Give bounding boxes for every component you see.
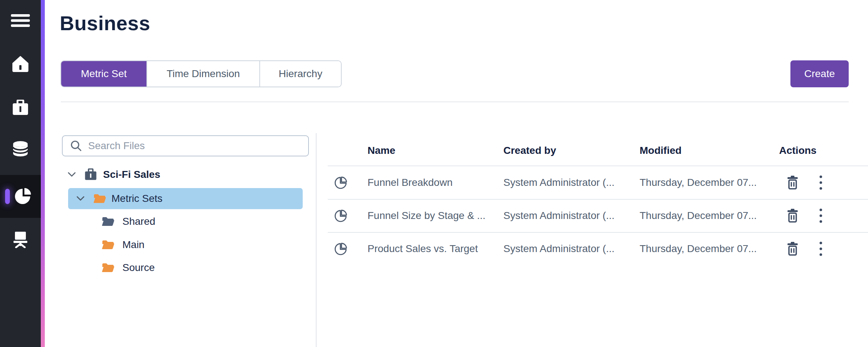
- row-name: Funnel Size by Stage & ...: [368, 210, 486, 222]
- folder-open-icon: [102, 262, 115, 273]
- briefcase-icon: [85, 168, 97, 181]
- search-box: [62, 135, 309, 156]
- chevron-down-icon[interactable]: [67, 172, 76, 178]
- search-input[interactable]: [88, 140, 292, 152]
- table-row[interactable]: Funnel Breakdown System Administrator (.…: [328, 166, 868, 199]
- create-button[interactable]: Create: [790, 60, 849, 87]
- row-created-by: System Administrator (...: [503, 210, 614, 222]
- sidebar-item-projects[interactable]: [0, 92, 41, 125]
- search-icon: [70, 140, 82, 152]
- tree-item-metric-sets[interactable]: Metric Sets: [76, 188, 162, 209]
- sidebar-item-data[interactable]: [0, 133, 41, 166]
- sidebar-accent-strip: [41, 0, 45, 347]
- column-header-created-by: Created by: [503, 145, 556, 156]
- tab-metric-set[interactable]: Metric Set: [61, 61, 146, 87]
- sidebar: [0, 0, 45, 347]
- hamburger-menu-icon: [11, 13, 30, 29]
- tree-item-sci-fi-sales[interactable]: Sci-Fi Sales: [67, 164, 160, 185]
- delete-trash-icon[interactable]: [786, 208, 799, 223]
- sidebar-item-home[interactable]: [0, 48, 41, 81]
- tab-group: Metric Set Time Dimension Hierarchy: [60, 60, 342, 87]
- tree-item-main[interactable]: Main: [102, 234, 145, 255]
- table-row[interactable]: Funnel Size by Stage & ... System Admini…: [328, 199, 868, 232]
- folder-open-icon: [102, 216, 115, 227]
- tree-item-label: Sci-Fi Sales: [103, 169, 160, 180]
- row-modified: Thursday, December 07...: [640, 243, 757, 255]
- column-header-modified: Modified: [640, 145, 682, 156]
- tree-item-label: Shared: [122, 216, 155, 227]
- tab-hierarchy[interactable]: Hierarchy: [259, 61, 341, 87]
- kebab-menu-icon[interactable]: [820, 176, 822, 190]
- panel-divider: [316, 133, 317, 347]
- pie-chart-icon: [334, 176, 348, 190]
- tab-time-dimension[interactable]: Time Dimension: [146, 61, 259, 87]
- sidebar-item-metric-sets[interactable]: [0, 175, 41, 218]
- row-modified: Thursday, December 07...: [640, 210, 757, 222]
- tree-item-label: Metric Sets: [111, 193, 162, 204]
- sidebar-item-presentations[interactable]: [0, 223, 41, 257]
- app-root: Business Metric Set Time Dimension Hiera…: [0, 0, 868, 347]
- tree-item-label: Source: [122, 262, 155, 274]
- presentation-easel-icon: [12, 231, 29, 250]
- pie-chart-icon: [334, 242, 348, 256]
- kebab-menu-icon[interactable]: [820, 242, 822, 256]
- database-icon: [12, 141, 29, 158]
- pie-chart-icon: [334, 209, 348, 223]
- folder-open-icon: [93, 193, 106, 204]
- chevron-down-icon[interactable]: [76, 196, 85, 202]
- home-icon: [12, 56, 29, 74]
- column-header-name: Name: [368, 145, 395, 156]
- tree-item-shared[interactable]: Shared: [102, 211, 155, 232]
- row-name: Product Sales vs. Target: [368, 243, 478, 255]
- tree-item-label: Main: [122, 239, 145, 251]
- pie-chart-icon: [15, 187, 32, 206]
- column-header-actions: Actions: [779, 145, 817, 156]
- row-modified: Thursday, December 07...: [640, 177, 757, 188]
- active-indicator-pill: [5, 189, 10, 204]
- row-created-by: System Administrator (...: [503, 243, 614, 255]
- row-created-by: System Administrator (...: [503, 177, 614, 188]
- hamburger-menu-button[interactable]: [0, 5, 41, 38]
- delete-trash-icon[interactable]: [786, 175, 799, 190]
- header-divider: [61, 101, 849, 102]
- tree-item-source[interactable]: Source: [102, 257, 155, 278]
- delete-trash-icon[interactable]: [786, 242, 799, 256]
- page-title: Business: [60, 12, 150, 35]
- table-row[interactable]: Product Sales vs. Target System Administ…: [328, 232, 868, 265]
- row-name: Funnel Breakdown: [368, 177, 452, 188]
- briefcase-icon: [12, 100, 29, 117]
- folder-open-icon: [102, 239, 115, 250]
- kebab-menu-icon[interactable]: [820, 209, 822, 223]
